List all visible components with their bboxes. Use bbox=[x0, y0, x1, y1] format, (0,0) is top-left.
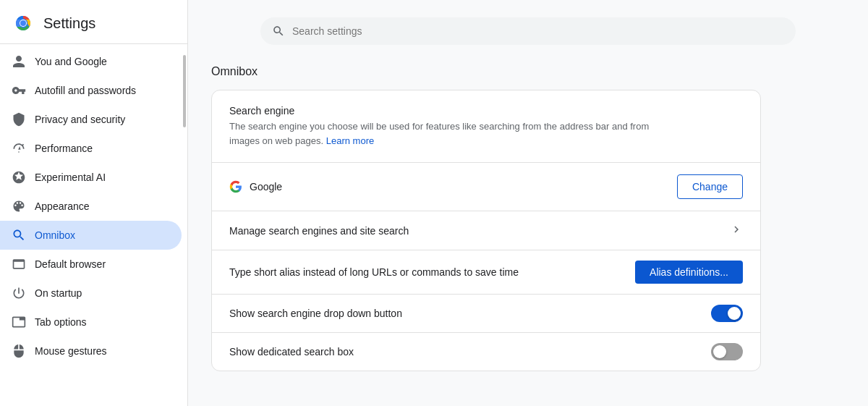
search-engine-description: The search engine you choose will be use… bbox=[229, 119, 663, 148]
sidebar-item-label: Mouse gestures bbox=[35, 345, 107, 357]
sidebar-item-label: You and Google bbox=[35, 56, 107, 67]
alias-definitions-button[interactable]: Alias definitions... bbox=[635, 261, 743, 284]
dedicated-search-toggle[interactable] bbox=[711, 343, 743, 360]
google-g-icon bbox=[229, 180, 242, 193]
current-engine-label: Google bbox=[250, 181, 282, 193]
sidebar-item-omnibox[interactable]: Omnibox bbox=[0, 221, 182, 250]
gauge-icon bbox=[12, 141, 26, 156]
sidebar-item-on-startup[interactable]: On startup bbox=[0, 279, 182, 308]
dedicated-search-row: Show dedicated search box bbox=[212, 333, 760, 371]
show-dropdown-row: Show search engine drop down button bbox=[212, 295, 760, 333]
scroll-indicator bbox=[183, 55, 186, 127]
google-engine-row: Google Change bbox=[212, 163, 760, 211]
alias-label: Type short alias instead of long URLs or… bbox=[229, 266, 519, 278]
sidebar-item-label: Default browser bbox=[35, 258, 106, 270]
sidebar: Settings You and Google Autofill and pas… bbox=[0, 0, 188, 406]
manage-search-row[interactable]: Manage search engines and site search bbox=[212, 211, 760, 250]
search-engine-section: Search engine The search engine you choo… bbox=[212, 90, 760, 163]
sidebar-item-you-and-google[interactable]: You and Google bbox=[0, 47, 182, 76]
toggle-track bbox=[711, 343, 743, 360]
search-nav-icon bbox=[12, 228, 26, 242]
alias-row: Type short alias instead of long URLs or… bbox=[212, 250, 760, 295]
sidebar-item-label: Autofill and passwords bbox=[35, 85, 136, 96]
sidebar-item-label: Omnibox bbox=[35, 229, 75, 241]
settings-card: Search engine The search engine you choo… bbox=[211, 90, 761, 371]
sidebar-item-performance[interactable]: Performance bbox=[0, 134, 182, 163]
chevron-right-icon bbox=[730, 223, 743, 238]
sidebar-item-label: On startup bbox=[35, 287, 82, 299]
sidebar-scroll-area: You and Google Autofill and passwords Pr… bbox=[0, 44, 187, 406]
sidebar-item-autofill[interactable]: Autofill and passwords bbox=[0, 76, 182, 105]
manage-search-label: Manage search engines and site search bbox=[229, 225, 409, 237]
toggle-track bbox=[711, 305, 743, 322]
dedicated-search-label: Show dedicated search box bbox=[229, 346, 354, 358]
person-icon bbox=[12, 54, 26, 69]
app-title: Settings bbox=[43, 15, 95, 32]
page-section-title: Omnibox bbox=[211, 65, 845, 78]
search-engine-text: Search engine The search engine you choo… bbox=[229, 105, 743, 148]
search-engine-title: Search engine bbox=[229, 105, 743, 117]
show-dropdown-label: Show search engine drop down button bbox=[229, 308, 402, 319]
sidebar-item-appearance[interactable]: Appearance bbox=[0, 192, 182, 221]
sidebar-item-experimental-ai[interactable]: Experimental AI bbox=[0, 163, 182, 192]
browser-icon bbox=[12, 257, 26, 271]
main-content: Omnibox Search engine The search engine … bbox=[188, 0, 868, 406]
star-icon bbox=[12, 170, 26, 185]
sidebar-item-default-browser[interactable]: Default browser bbox=[0, 250, 182, 279]
search-bar-wrapper bbox=[211, 17, 845, 45]
toggle-knob bbox=[728, 307, 741, 320]
tab-icon bbox=[12, 315, 26, 329]
change-engine-button[interactable]: Change bbox=[677, 174, 743, 199]
sidebar-header: Settings bbox=[0, 0, 187, 43]
search-bar bbox=[260, 17, 796, 45]
learn-more-link[interactable]: Learn more bbox=[326, 135, 374, 146]
sidebar-item-label: Appearance bbox=[35, 200, 90, 212]
show-dropdown-toggle[interactable] bbox=[711, 305, 743, 322]
google-engine-left: Google bbox=[229, 180, 282, 193]
sidebar-item-privacy[interactable]: Privacy and security bbox=[0, 105, 182, 134]
key-icon bbox=[12, 83, 26, 98]
mouse-icon bbox=[12, 344, 26, 358]
sidebar-nav: You and Google Autofill and passwords Pr… bbox=[0, 44, 187, 368]
shield-icon bbox=[12, 112, 26, 127]
chrome-logo-icon bbox=[12, 12, 35, 35]
search-input[interactable] bbox=[292, 25, 784, 37]
power-icon bbox=[12, 286, 26, 300]
search-icon bbox=[272, 25, 285, 38]
sidebar-item-label: Experimental AI bbox=[35, 172, 106, 183]
toggle-knob bbox=[713, 345, 726, 358]
sidebar-item-tab-options[interactable]: Tab options bbox=[0, 308, 182, 337]
sidebar-item-label: Performance bbox=[35, 143, 93, 154]
sidebar-item-label: Tab options bbox=[35, 316, 87, 328]
sidebar-item-label: Privacy and security bbox=[35, 114, 125, 125]
sidebar-item-mouse-gestures[interactable]: Mouse gestures bbox=[0, 337, 182, 365]
palette-icon bbox=[12, 199, 26, 213]
svg-point-3 bbox=[20, 20, 26, 26]
